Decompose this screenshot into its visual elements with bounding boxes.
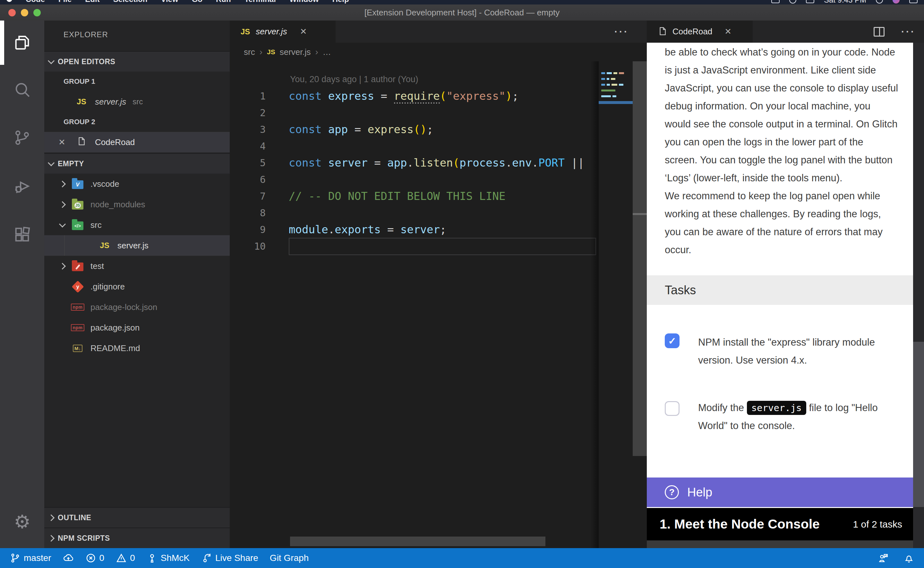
code-line-8[interactable]: 8	[230, 204, 599, 221]
line-number: 3	[230, 124, 266, 135]
activity-search-icon[interactable]	[0, 67, 44, 112]
code-line-7[interactable]: 7// -- DO NOT EDIT BELOW THIS LINE	[230, 188, 599, 204]
statusbar-shmck[interactable]: ShMcK	[147, 553, 190, 563]
activity-extensions-icon[interactable]	[0, 213, 44, 257]
tasks-section-header: Tasks	[647, 275, 913, 305]
more-actions-icon[interactable]: ···	[901, 21, 916, 43]
statusbar-bell[interactable]	[903, 553, 914, 563]
tree-item-label: .vscode	[90, 179, 119, 189]
tree-item-package-json[interactable]: npmpackage.json	[44, 317, 230, 338]
folder-section-header[interactable]: EMPTY	[44, 153, 230, 174]
tree-item--gitignore[interactable]: y.gitignore	[44, 276, 230, 297]
chevron-right-icon	[47, 514, 54, 521]
activity-explorer-icon[interactable]	[0, 21, 44, 65]
code-line-4[interactable]: 4	[230, 137, 599, 154]
breadcrumb-separator: ›	[315, 47, 318, 57]
webview-scrollbar[interactable]	[913, 43, 924, 548]
tree-item-test[interactable]: test	[44, 256, 230, 276]
zoom-window-button[interactable]	[33, 9, 41, 17]
lesson-progress: 1 of 2 tasks	[853, 519, 902, 530]
scrollbar-handle[interactable]	[633, 213, 647, 215]
activity-source-control-icon[interactable]	[0, 116, 44, 160]
breadcrumb-src[interactable]: src	[244, 47, 255, 57]
editor-group-label: GROUP 1	[44, 71, 230, 91]
menu-item-window[interactable]: Window	[289, 0, 319, 4]
tree-item-package-lock-json[interactable]: npmpackage-lock.json	[44, 297, 230, 317]
npm-icon: npm	[71, 324, 84, 331]
task-checkbox-checked[interactable]: ✓	[665, 334, 680, 348]
tab-coderoad[interactable]: CodeRoad ✕	[647, 21, 753, 43]
split-editor-icon[interactable]	[874, 27, 885, 36]
scrollbar-thumb[interactable]	[913, 342, 924, 507]
statusbar-0[interactable]: 0	[116, 553, 135, 563]
chevron-right-icon	[47, 535, 54, 541]
lesson-paragraph: be able to check what’s going on in your…	[665, 43, 907, 259]
test-folder-icon	[72, 263, 83, 271]
tree-item-README-md[interactable]: M↓README.md	[44, 338, 230, 358]
tree-item--vscode[interactable]: V.vscode	[44, 174, 230, 194]
statusbar-git-graph[interactable]: Git Graph	[270, 553, 309, 563]
tree-item-node_modules[interactable]: JSnode_modules	[44, 194, 230, 215]
activity-run-debug-icon[interactable]	[0, 164, 44, 208]
close-tab-icon[interactable]: ✕	[724, 27, 731, 36]
code-line-3[interactable]: 3const app = express();	[230, 121, 599, 137]
menu-item-selection[interactable]: Selection	[113, 0, 148, 4]
close-window-button[interactable]	[8, 9, 16, 17]
editor-horizontal-scrollbar[interactable]	[290, 536, 546, 546]
js-file-icon: JS	[267, 48, 275, 56]
menu-item-edit[interactable]: Edit	[85, 0, 99, 4]
window-title: [Extension Development Host] - CodeRoad …	[0, 5, 924, 21]
file-icon-cell	[72, 136, 90, 149]
task-checkbox-unchecked[interactable]	[665, 401, 680, 416]
statusbar-master[interactable]: master	[10, 553, 51, 563]
menu-item-run[interactable]: Run	[216, 0, 231, 4]
tree-item-label: README.md	[90, 343, 140, 353]
settings-gear-icon[interactable]: ⚙	[0, 506, 44, 538]
code-line-1[interactable]: 1const express = require("express");	[230, 88, 599, 104]
activity-bar: ⚙	[0, 21, 44, 548]
editor-vertical-scrollbar[interactable]	[633, 61, 647, 456]
code-line-6[interactable]: 6	[230, 171, 599, 188]
code-line-2[interactable]: 2	[230, 104, 599, 121]
breadcrumb-server-js[interactable]: server.js	[280, 47, 311, 57]
code-text: const app = express();	[289, 123, 433, 136]
menu-item-code[interactable]: Code	[26, 0, 45, 4]
tab-server-js[interactable]: JS server.js ✕	[230, 21, 336, 43]
menubar-status-area: Sat 9:43 PM	[771, 0, 918, 5]
open-editors-header[interactable]: OPEN EDITORS	[44, 51, 230, 71]
lesson-footer[interactable]: 1. Meet the Node Console 1 of 2 tasks	[647, 508, 913, 541]
tree-item-server-js[interactable]: JSserver.js	[44, 235, 230, 256]
breadcrumb-symbol[interactable]: …	[323, 47, 331, 57]
close-tab-icon[interactable]: ✕	[300, 27, 307, 36]
person-icon	[147, 553, 158, 563]
git-icon: y	[72, 281, 84, 293]
minimap[interactable]	[599, 61, 633, 228]
statusbar-0[interactable]: 0	[85, 553, 105, 563]
menu-item-view[interactable]: View	[161, 0, 178, 4]
code-line-5[interactable]: 5const server = app.listen(process.env.P…	[230, 154, 599, 171]
section-npm-scripts[interactable]: NPM SCRIPTS	[44, 527, 230, 548]
breadcrumb[interactable]: src›JSserver.js›…	[230, 43, 647, 61]
help-section[interactable]: ? Help	[647, 477, 913, 507]
statusbar-cloud-upload[interactable]	[63, 553, 74, 563]
statusbar-live-share[interactable]: Live Share	[201, 553, 258, 563]
menu-item-help[interactable]: Help	[332, 0, 349, 4]
markdown-icon: M↓	[73, 344, 83, 352]
open-editor-item-coderoad[interactable]: ✕CodeRoad	[44, 132, 230, 153]
editor-actions-more-icon[interactable]: ···	[614, 21, 629, 43]
close-editor-icon[interactable]: ✕	[59, 137, 72, 147]
open-editor-item-server-js[interactable]: JSserver.jssrc	[44, 91, 230, 112]
sidebar-title: EXPLORER	[63, 30, 108, 39]
minimize-window-button[interactable]	[21, 9, 28, 17]
menu-item-file[interactable]: File	[59, 0, 72, 4]
tree-item-src[interactable]: </>src	[44, 215, 230, 235]
indent-guide	[64, 235, 65, 256]
menu-item-go[interactable]: Go	[192, 0, 202, 4]
code-line-9[interactable]: 9module.exports = server;	[230, 221, 599, 238]
tree-item-label: src	[90, 220, 102, 230]
section-outline[interactable]: OUTLINE	[44, 507, 230, 527]
code-editor[interactable]: 1const express = require("express");23co…	[230, 88, 599, 254]
statusbar-person-check[interactable]	[878, 553, 889, 563]
menu-item-terminal[interactable]: Terminal	[244, 0, 276, 4]
control-center-icon	[909, 0, 918, 3]
